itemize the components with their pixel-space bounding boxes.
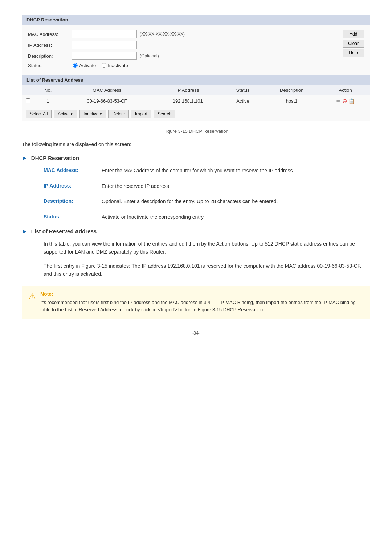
mac-input[interactable] [72,30,137,38]
mac-term: MAC Address: [44,167,102,173]
list-title: List of Reserved Address [26,77,83,83]
description-row: Description: (Optional) [28,52,343,60]
panel-title: DHCP Reservation [26,17,68,22]
col-no: No. [34,85,62,95]
table-header-row: No. MAC Address IP Address Status Descri… [22,85,370,95]
select-all-button[interactable]: Select All [26,110,52,118]
warning-icon: ⚠ [29,292,36,301]
ip-input[interactable] [72,41,137,49]
ip-def-item: IP Address: Enter the reserved IP addres… [44,182,370,190]
delete-icon[interactable]: ⊖ [342,98,347,104]
status-label: Status: [28,63,72,68]
desc-term: Description: [44,197,102,204]
ip-address-row: IP Address: [28,41,343,49]
mac-label: MAC Address: [28,32,72,37]
arrow-icon-2: ► [22,228,28,235]
status-radio-group: Activate Inactivate [73,63,128,68]
status-desc: Activate or Inactivate the corresponding… [102,213,370,221]
desc-hint: (Optional) [140,53,159,58]
row-description: host1 [262,95,321,107]
action-icons: ✏ ⊖ 📋 [324,98,366,104]
col-mac: MAC Address [62,85,152,95]
col-ip: IP Address [152,85,223,95]
section-list-title: List of Reserved Address [31,228,97,234]
col-action: Action [321,85,370,95]
help-button[interactable]: Help [343,49,364,57]
note-box: ⚠ Note: It's recommended that users firs… [22,286,370,320]
figure-caption: Figure 3-15 DHCP Reservation [22,128,370,134]
list-body: No. MAC Address IP Address Status Descri… [22,85,370,121]
list-header: List of Reserved Address [22,75,370,85]
activate-radio-label[interactable]: Activate [73,63,96,68]
status-term: Status: [44,213,102,219]
edit-icon[interactable]: ✏ [336,98,341,104]
search-button[interactable]: Search [154,110,175,118]
bottom-buttons: Select All Activate Inactivate Delete Im… [22,107,370,121]
activate-button[interactable]: Activate [54,110,77,118]
row-checkbox-cell[interactable] [22,95,34,107]
inactivate-radio-label[interactable]: Inactivate [102,63,128,68]
arrow-icon-1: ► [22,155,28,161]
col-description: Description [262,85,321,95]
clear-button[interactable]: Clear [343,40,364,48]
note-title: Note: [40,291,363,297]
list-para-2: The first entry in Figure 3-15 indicates… [44,262,370,278]
table-row: 1 00-19-66-83-53-CF 192.168.1.101 Active… [22,95,370,107]
col-checkbox [22,85,34,95]
note-content: Note: It's recommended that users first … [40,291,363,314]
list-description: In this table, you can view the informat… [44,240,370,278]
desc-label: Description: [28,53,72,59]
row-checkbox[interactable] [26,98,30,103]
dhcp-def-list: MAC Address: Enter the MAC address of th… [44,167,370,221]
panel-right-buttons: Add Clear Help [343,30,364,70]
ip-desc: Enter the reserved IP address. [102,182,370,190]
section-dhcp-title: DHCP Reservation [31,155,79,161]
clone-icon[interactable]: 📋 [348,98,355,104]
status-def-item: Status: Activate or Inactivate the corre… [44,213,370,221]
note-text: It's recommended that users first bind t… [40,299,363,314]
add-button[interactable]: Add [343,30,364,38]
mac-hint: (XX-XX-XX-XX-XX-XX) [140,32,185,37]
row-action: ✏ ⊖ 📋 [321,95,370,107]
import-button[interactable]: Import [131,110,151,118]
intro-text: The following items are displayed on thi… [22,140,370,148]
activate-radio[interactable] [73,63,78,68]
status-row: Status: Activate Inactivate [28,63,343,68]
mac-desc: Enter the MAC address of the computer fo… [102,167,370,175]
ip-term: IP Address: [44,182,102,189]
inactivate-button[interactable]: Inactivate [79,110,106,118]
dhcp-reservation-panel: DHCP Reservation MAC Address: (XX-XX-XX-… [22,15,370,121]
page-number: -34- [22,330,370,336]
panel-body: MAC Address: (XX-XX-XX-XX-XX-XX) IP Addr… [22,25,370,75]
inactivate-radio[interactable] [102,63,106,68]
dhcp-panel-header: DHCP Reservation [22,15,370,25]
delete-button[interactable]: Delete [108,110,129,118]
inactivate-label: Inactivate [108,63,128,68]
desc-def-item: Description: Optional. Enter a descripti… [44,197,370,205]
row-status: Active [223,95,262,107]
desc-input[interactable] [72,52,137,60]
row-mac: 00-19-66-83-53-CF [62,95,152,107]
list-para-1: In this table, you can view the informat… [44,240,370,256]
desc-desc: Optional. Enter a description for the en… [102,197,370,205]
reserved-address-table: No. MAC Address IP Address Status Descri… [22,85,370,107]
section-dhcp-heading: ► DHCP Reservation [22,155,370,161]
ip-label: IP Address: [28,42,72,48]
activate-label: Activate [79,63,96,68]
row-ip: 192.168.1.101 [152,95,223,107]
mac-address-row: MAC Address: (XX-XX-XX-XX-XX-XX) [28,30,343,38]
col-status: Status [223,85,262,95]
mac-def-item: MAC Address: Enter the MAC address of th… [44,167,370,175]
section-list-heading: ► List of Reserved Address [22,228,370,235]
row-no: 1 [34,95,62,107]
